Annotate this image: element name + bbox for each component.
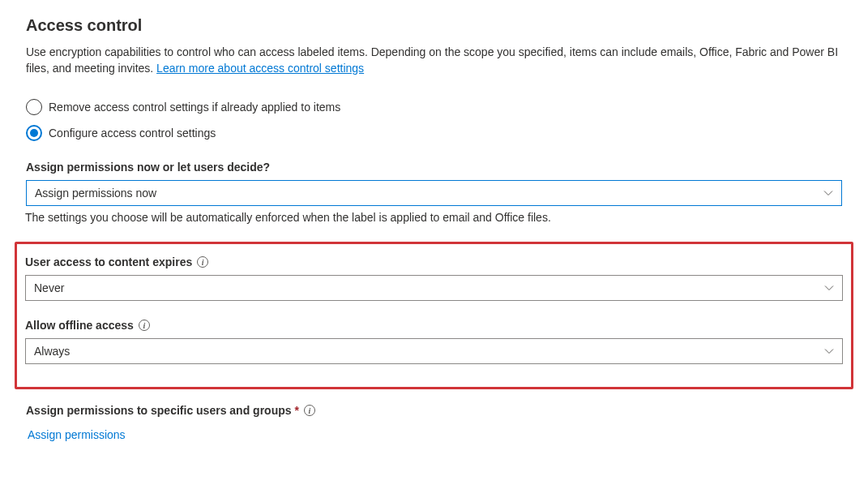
offline-label: Allow offline access	[25, 319, 134, 332]
expires-label: User access to content expires	[25, 255, 192, 268]
assign-mode-helper: The settings you choose will be automati…	[25, 211, 842, 224]
offline-access-field: Allow offline access i Always	[25, 319, 843, 364]
assign-permissions-link[interactable]: Assign permissions	[26, 423, 127, 446]
expires-value: Never	[34, 281, 64, 294]
description-text: Use encryption capabilities to control w…	[26, 45, 838, 75]
radio-unselected-icon	[26, 99, 42, 115]
assign-mode-value: Assign permissions now	[35, 187, 156, 200]
highlight-annotation-box: User access to content expires i Never A…	[15, 242, 853, 389]
content-expires-field: User access to content expires i Never	[25, 255, 843, 301]
radio-configure-settings[interactable]: Configure access control settings	[26, 125, 842, 141]
required-indicator: *	[294, 404, 298, 417]
info-icon[interactable]: i	[304, 405, 315, 416]
offline-value: Always	[34, 345, 70, 358]
assign-mode-dropdown[interactable]: Assign permissions now	[26, 180, 842, 206]
assign-specific-field: Assign permissions to specific users and…	[26, 404, 842, 446]
radio-remove-label: Remove access control settings if alread…	[49, 101, 340, 114]
info-icon[interactable]: i	[197, 256, 208, 268]
access-control-mode-radio-group: Remove access control settings if alread…	[26, 99, 842, 141]
expires-dropdown[interactable]: Never	[25, 275, 843, 301]
radio-selected-icon	[26, 125, 42, 141]
page-description: Use encryption capabilities to control w…	[26, 45, 842, 76]
learn-more-link[interactable]: Learn more about access control settings	[156, 62, 364, 75]
radio-configure-label: Configure access control settings	[49, 127, 216, 139]
assign-permissions-mode-field: Assign permissions now or let users deci…	[26, 161, 842, 224]
page-title: Access control	[26, 16, 842, 35]
chevron-down-icon	[823, 188, 833, 198]
chevron-down-icon	[824, 283, 834, 293]
assign-mode-label: Assign permissions now or let users deci…	[26, 161, 842, 174]
radio-remove-settings[interactable]: Remove access control settings if alread…	[26, 99, 842, 115]
chevron-down-icon	[824, 346, 834, 356]
info-icon[interactable]: i	[139, 320, 150, 331]
offline-dropdown[interactable]: Always	[25, 338, 843, 364]
specific-label: Assign permissions to specific users and…	[26, 404, 292, 417]
